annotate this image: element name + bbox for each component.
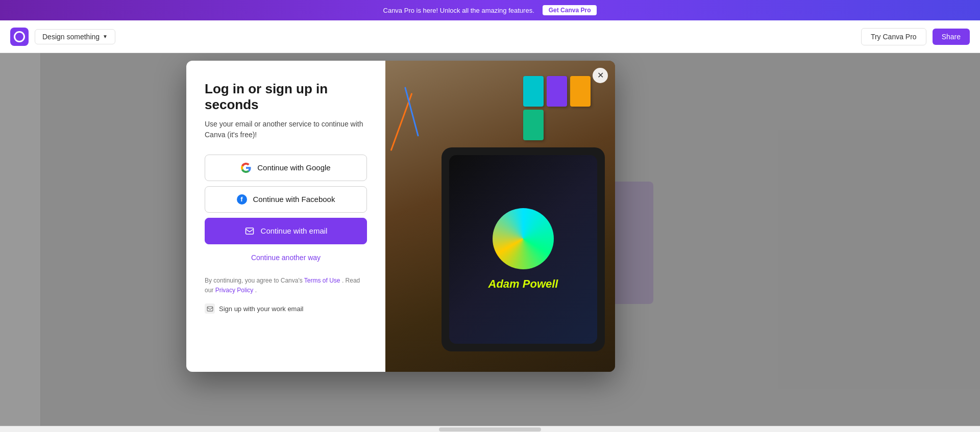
- close-button[interactable]: ✕: [593, 68, 608, 83]
- modal-dialog: ✕ Log in or sign up in seconds Use your …: [186, 61, 615, 372]
- promo-text: Canva Pro is here! Unlock all the amazin…: [383, 7, 534, 14]
- canva-logo-inner: [14, 31, 25, 42]
- modal-left-panel: Log in or sign up in seconds Use your em…: [186, 61, 385, 372]
- promo-banner: Canva Pro is here! Unlock all the amazin…: [0, 0, 980, 20]
- continue-another-way-button[interactable]: Continue another way: [205, 249, 367, 266]
- promo-cta-button[interactable]: Get Canva Pro: [543, 5, 597, 15]
- modal-image: Adam Powell: [385, 61, 615, 372]
- sample-card-3: [570, 76, 591, 107]
- canva-logo: [10, 28, 29, 46]
- email-btn-label: Continue with email: [261, 226, 328, 235]
- privacy-policy-link[interactable]: Privacy Policy: [215, 287, 254, 294]
- chevron-down-icon: ▼: [103, 34, 108, 39]
- continue-with-facebook-button[interactable]: f Continue with Facebook: [205, 186, 367, 213]
- sample-card-1: [523, 76, 544, 107]
- color-card-samples: [523, 76, 600, 140]
- design-something-button[interactable]: Design something ▼: [35, 29, 115, 44]
- svg-rect-1: [207, 307, 213, 311]
- continue-with-google-button[interactable]: Continue with Google: [205, 155, 367, 181]
- terms-text: By continuing, you agree to Canva's Term…: [205, 276, 367, 295]
- design-btn-label: Design something: [42, 33, 100, 41]
- modal-title: Log in or sign up in seconds: [205, 81, 367, 113]
- tablet-mockup: Adam Powell: [442, 147, 605, 351]
- work-email-label: Sign up with your work email: [219, 305, 303, 313]
- modal-right-panel: Adam Powell: [385, 61, 615, 372]
- sample-card-4: [523, 110, 544, 140]
- facebook-btn-label: Continue with Facebook: [253, 195, 335, 204]
- continue-with-email-button[interactable]: Continue with email: [205, 218, 367, 244]
- modal-subtitle: Use your email or another service to con…: [205, 119, 367, 140]
- adam-powell-name: Adam Powell: [488, 277, 558, 291]
- adam-powell-logo: [493, 208, 554, 269]
- svg-rect-0: [246, 228, 253, 234]
- sample-card-2: [547, 76, 567, 107]
- work-email-button[interactable]: Sign up with your work email: [205, 303, 367, 314]
- terms-of-use-link[interactable]: Terms of Use: [304, 277, 340, 284]
- tablet-screen: Adam Powell: [449, 155, 597, 344]
- canva-logo-icon: [10, 28, 29, 46]
- facebook-icon: f: [237, 194, 247, 205]
- close-icon: ✕: [597, 70, 604, 80]
- adam-powell-design: Adam Powell: [449, 155, 597, 344]
- work-email-icon: [205, 303, 215, 314]
- google-icon: [241, 163, 251, 173]
- scrollbar[interactable]: [0, 426, 980, 432]
- modal-overlay: ✕ Log in or sign up in seconds Use your …: [0, 0, 980, 432]
- google-btn-label: Continue with Google: [257, 163, 330, 172]
- try-canva-pro-button[interactable]: Try Canva Pro: [861, 28, 926, 45]
- nav-bar: Design something ▼ Try Canva Pro Share: [0, 20, 980, 53]
- share-button[interactable]: Share: [933, 29, 970, 45]
- scrollbar-thumb[interactable]: [439, 427, 541, 431]
- email-icon: [244, 226, 255, 236]
